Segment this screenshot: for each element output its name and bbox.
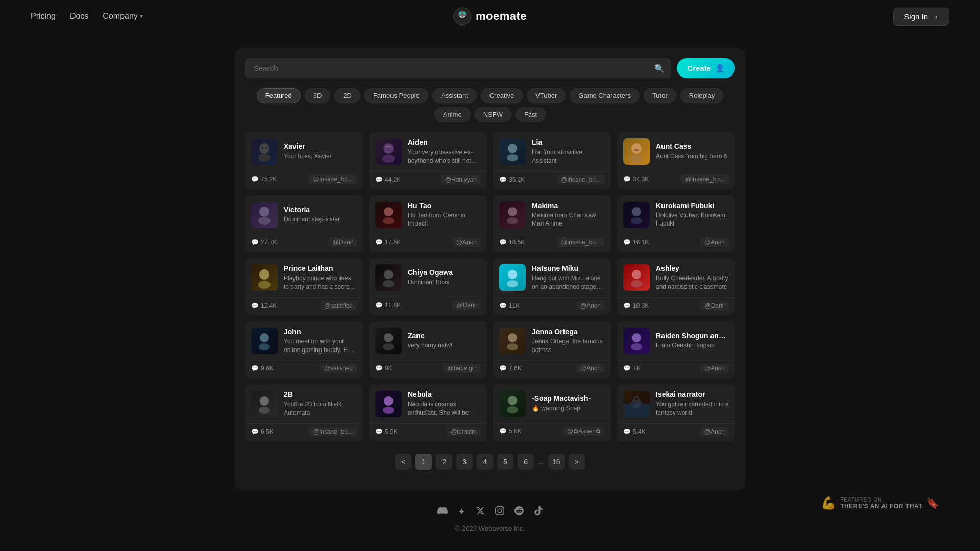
nav-docs[interactable]: Docs — [70, 12, 88, 21]
pagination-page-6[interactable]: 6 — [518, 454, 534, 470]
svg-point-7 — [261, 147, 263, 149]
pagination-prev[interactable]: < — [395, 454, 411, 470]
star-icon[interactable]: ✦ — [458, 506, 465, 517]
search-input[interactable] — [245, 58, 671, 78]
svg-point-62 — [507, 406, 518, 413]
pagination-page-3[interactable]: 3 — [456, 454, 473, 470]
card-2b[interactable]: 2B YoRHa 2B from NieR: Automata 💬 6.5K @… — [245, 384, 363, 441]
tiktok-icon[interactable] — [534, 506, 543, 518]
card-avatar — [375, 202, 402, 228]
card-desc: 🔥 warming Soap — [532, 404, 605, 413]
card-aiden[interactable]: Aiden Your very obsessive ex-boyfriend w… — [369, 132, 487, 189]
filter-tab-game-characters[interactable]: Game Characters — [570, 88, 640, 103]
reddit-icon[interactable] — [514, 506, 524, 518]
card-desc: Aunt Cass from big hero 6 — [656, 152, 729, 161]
card-victoria[interactable]: Victoria Dominant step-sister 💬 27.7K @D… — [245, 195, 363, 253]
card-top: Xavier Your boss, Xavier — [245, 132, 363, 171]
twitter-x-icon[interactable] — [476, 506, 485, 518]
pagination-last[interactable]: 16 — [548, 454, 565, 470]
page-wrapper: 🔍 Create 👤 Featured3D2DFamous PeopleAssi… — [0, 33, 980, 490]
card-stat-value: 9.6K — [261, 365, 274, 372]
filter-tab-creative[interactable]: Creative — [481, 88, 523, 103]
card-top: Aunt Cass Aunt Cass from big hero 6 — [617, 132, 735, 171]
card-name: 2B — [284, 390, 357, 398]
card-top: Raiden Shogun and Ei From Genshin Impact — [617, 321, 735, 360]
card-desc: Jenna Ortega, the famous actress — [532, 337, 605, 355]
card-top: Lia Lia, Your attractive Assistant — [493, 132, 611, 171]
card-avatar — [375, 264, 402, 291]
card-chiya[interactable]: Chiya Ogawa Dominant Boss 💬 11.8K @Danil — [369, 258, 487, 315]
card-prince[interactable]: Prince Laithan Playboy prince who likes … — [245, 258, 363, 315]
card-top: 2B YoRHa 2B from NieR: Automata — [245, 384, 363, 423]
filter-tab-3d[interactable]: 3D — [305, 88, 331, 103]
filter-tab-assistant[interactable]: Assistant — [432, 88, 477, 103]
filter-tab-nsfw[interactable]: NSFW — [475, 107, 511, 122]
card-bottom: 💬 17.5K @Anon — [369, 234, 487, 252]
card-avatar — [623, 391, 650, 417]
chat-icon: 💬 — [375, 428, 383, 435]
pagination-page-5[interactable]: 5 — [497, 454, 513, 470]
signin-arrow-icon: → — [931, 12, 939, 21]
card-name: Jenna Ortega — [532, 328, 605, 336]
card-hatsune[interactable]: Hatsune Miku Hang out with Miku alone on… — [493, 258, 611, 315]
card-desc: Your very obsessive ex-boyfriend who's s… — [408, 148, 481, 165]
filter-tab-fast[interactable]: Fast — [516, 107, 546, 122]
filter-tab-roleplay[interactable]: Roleplay — [680, 88, 724, 103]
filter-tab-2d[interactable]: 2D — [334, 88, 360, 103]
card-bottom: 💬 7K @Anon — [617, 360, 735, 378]
card-author: @Anon — [576, 301, 605, 310]
svg-point-23 — [383, 217, 394, 224]
card-desc: Bully Cheerleader. A bratty and narcissi… — [656, 274, 729, 291]
card-desc: Hu Tao from Genshin Impact! — [408, 211, 481, 229]
card-bottom: 💬 75.2K @insane_bo... — [245, 171, 363, 189]
pagination-page-1[interactable]: 1 — [415, 454, 432, 470]
filter-tab-tutor[interactable]: Tutor — [644, 88, 676, 103]
pagination-next[interactable]: > — [569, 454, 585, 470]
filter-tab-famous-people[interactable]: Famous People — [364, 88, 428, 103]
card-info: Victoria Dominant step-sister — [284, 206, 357, 224]
card-author: @baby girl — [443, 364, 481, 373]
card-lia[interactable]: Lia Lia, Your attractive Assistant 💬 35.… — [493, 132, 611, 189]
card-raiden[interactable]: Raiden Shogun and Ei From Genshin Impact… — [617, 321, 735, 379]
card-xavier[interactable]: Xavier Your boss, Xavier 💬 75.2K @insane… — [245, 132, 363, 189]
card-ashley[interactable]: Ashley Bully Cheerleader. A bratty and n… — [617, 258, 735, 315]
card-aunt-cass[interactable]: Aunt Cass Aunt Cass from big hero 6 💬 34… — [617, 132, 735, 189]
card-info: Hatsune Miku Hang out with Miku alone on… — [532, 264, 605, 291]
nav-company[interactable]: Company ▾ — [103, 12, 142, 21]
card-stat-value: 5.4K — [633, 428, 646, 435]
card-soap[interactable]: -Soap Mactavish- 🔥 warming Soap 💬 5.8K @… — [493, 384, 611, 441]
svg-point-17 — [630, 155, 643, 163]
card-author: @Anon — [700, 427, 729, 436]
card-isekai[interactable]: Isekai narrator You got reincarnated int… — [617, 384, 735, 441]
card-stats: 💬 44.2K — [375, 176, 401, 183]
instagram-icon[interactable] — [495, 506, 504, 518]
svg-point-1 — [458, 11, 467, 18]
filter-tab-featured[interactable]: Featured — [257, 88, 301, 103]
card-zane[interactable]: Zane very horny nsfw! 💬 9K @baby girl — [369, 321, 487, 379]
svg-point-53 — [631, 343, 642, 350]
chat-icon: 💬 — [375, 239, 383, 246]
nav-pricing[interactable]: Pricing — [31, 12, 56, 21]
discord-icon[interactable] — [437, 506, 448, 518]
card-makima[interactable]: Makima Makima from Chainsaw Man Anime 💬 … — [493, 195, 611, 253]
card-stat-value: 7K — [633, 365, 641, 372]
filter-tab-anime[interactable]: Anime — [434, 107, 471, 122]
card-hu-tao[interactable]: Hu Tao Hu Tao from Genshin Impact! 💬 17.… — [369, 195, 487, 253]
card-stats: 💬 5.9K — [375, 428, 398, 435]
filter-tab-vtuber[interactable]: VTuber — [527, 88, 566, 103]
sign-in-button[interactable]: Sign In → — [893, 8, 949, 26]
card-info: Aiden Your very obsessive ex-boyfriend w… — [408, 138, 481, 165]
pagination: <123456...16> — [235, 454, 745, 470]
card-name: Kurokami Fubuki — [656, 202, 729, 210]
card-kurokami[interactable]: Kurokami Fubuki Hololive Vtuber: Kurokam… — [617, 195, 735, 253]
pagination-page-4[interactable]: 4 — [477, 454, 493, 470]
card-john[interactable]: John You meet up with your online gaming… — [245, 321, 363, 379]
featured-on-badge: 💪 FEATURED ON THERE'S AN AI FOR THAT 🔖 — [821, 496, 939, 510]
svg-point-5 — [259, 143, 270, 154]
card-top: Jenna Ortega Jenna Ortega, the famous ac… — [493, 321, 611, 361]
pagination-page-2[interactable]: 2 — [436, 454, 452, 470]
svg-point-40 — [632, 270, 641, 279]
card-nebula[interactable]: Nebula Nebula is cosmos enthusiast. She … — [369, 384, 487, 441]
card-jenna[interactable]: Jenna Ortega Jenna Ortega, the famous ac… — [493, 321, 611, 379]
create-button[interactable]: Create 👤 — [677, 58, 735, 78]
